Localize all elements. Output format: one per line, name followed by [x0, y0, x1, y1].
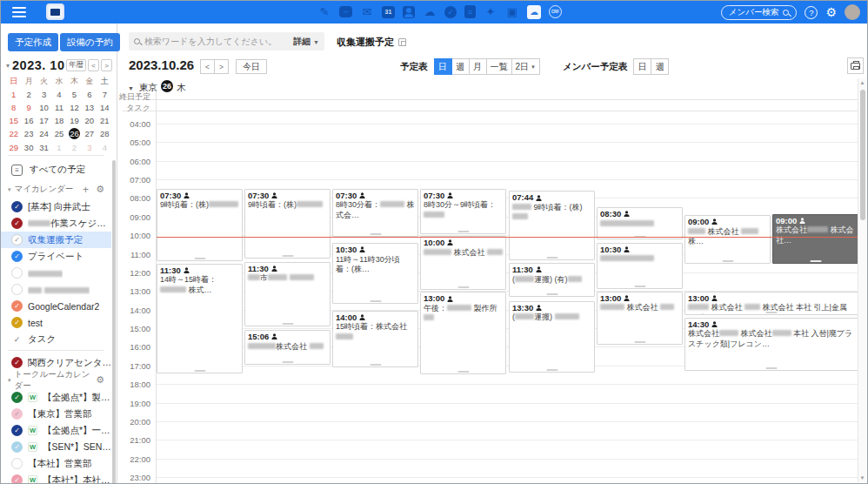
minical-day[interactable]: 8	[6, 102, 21, 112]
calendar-list-item[interactable]: ✓収集運搬予定	[1, 232, 111, 248]
event[interactable]: 10:30	[597, 243, 683, 289]
minical-prev-button[interactable]: <	[88, 59, 99, 71]
minical-day[interactable]: 23	[21, 128, 36, 138]
help-icon[interactable]: ?	[805, 6, 818, 19]
calendar-list-item[interactable]: ✓タスク	[1, 331, 111, 347]
chat-icon[interactable]	[339, 6, 352, 17]
main-scrollbar[interactable]: ▲ ▼	[858, 78, 866, 482]
calendar-check-icon[interactable]	[11, 458, 23, 469]
event[interactable]: 09:00 株式会社 株…	[684, 215, 771, 264]
crf-icon[interactable]: CRF	[549, 5, 562, 18]
gear-icon[interactable]: ⚙	[825, 6, 837, 19]
scroll-up-icon[interactable]: ▲	[858, 80, 866, 85]
check-icon[interactable]	[444, 6, 457, 18]
minical-next-button[interactable]: >	[101, 59, 112, 71]
view-button-一覧[interactable]: 一覧	[486, 58, 512, 75]
all-events-item[interactable]: ≡ すべての予定	[1, 159, 111, 180]
calendar-check-icon[interactable]: ✓	[11, 408, 23, 420]
clipboard-icon[interactable]	[464, 5, 476, 18]
calendar-check-icon[interactable]: ✓	[11, 201, 23, 212]
calendar-check-icon[interactable]: ✓	[11, 300, 23, 312]
calendar-list-item[interactable]: ✓W【全拠点*】一斉通…	[1, 422, 111, 439]
event[interactable]: 11:30市	[244, 262, 331, 326]
minical-day[interactable]: 25	[51, 128, 66, 138]
event[interactable]: 13:00午後： 製作所	[420, 292, 506, 374]
event[interactable]: 07:44 9時頃着：(株)	[509, 191, 595, 259]
minical-day[interactable]: 9	[21, 102, 36, 112]
minical-day[interactable]: 28	[97, 128, 112, 138]
calendar-list-item[interactable]: ✓プライベート	[1, 248, 111, 265]
member-search-button[interactable]: メンバー検索	[721, 5, 798, 20]
calendar-list-item[interactable]: ✓W【SEN*】SEN全通知	[1, 439, 111, 455]
calendar-list-item[interactable]: ✓W【本社*】本社全通知	[1, 472, 111, 484]
calendar-check-icon[interactable]: ✓	[11, 234, 23, 245]
event[interactable]: 14:0015時頃着：株式会社	[332, 311, 418, 367]
calendar-check-icon[interactable]: ✓	[11, 441, 23, 453]
calendar-list-item[interactable]: ✓【東京】営業部	[1, 406, 111, 422]
event[interactable]: 13:30(運搬)	[509, 301, 595, 373]
scroll-down-icon[interactable]: ▼	[858, 475, 866, 481]
view-button-2日[interactable]: 2日▼	[511, 58, 541, 75]
member-view-button-日[interactable]: 日	[633, 58, 651, 75]
calendar-check-icon[interactable]: ✓	[11, 317, 23, 328]
calendar-list-item[interactable]: ✓GoogleCalendar2	[1, 298, 111, 314]
event[interactable]: 11:3014時～15時着： 株式…	[157, 264, 243, 374]
print-button[interactable]	[847, 57, 864, 74]
minical-day[interactable]: 11	[51, 102, 66, 112]
calendar-check-icon[interactable]: ✓	[11, 425, 23, 436]
minical-day[interactable]: 19	[67, 115, 82, 125]
minical-day[interactable]: 30	[21, 142, 36, 152]
minical-day[interactable]: 10	[37, 102, 51, 112]
event[interactable]: 10:3011時～11時30分頃着：(株…	[332, 243, 418, 304]
minical-day[interactable]: 2	[67, 142, 82, 152]
minical-day[interactable]: 7	[97, 89, 112, 99]
mail-icon[interactable]: ✉	[360, 4, 374, 19]
calendar-list-item[interactable]: ✓test	[1, 314, 111, 331]
memo-icon[interactable]: ✎	[317, 4, 331, 19]
minical-day[interactable]: 17	[37, 115, 51, 125]
star-icon[interactable]: ✦	[484, 4, 497, 19]
view-button-月[interactable]: 月	[469, 58, 487, 75]
create-event-button[interactable]: 予定作成	[8, 33, 58, 51]
chevron-down-icon[interactable]: ▾	[8, 186, 11, 193]
minical-day[interactable]: 15	[6, 115, 21, 125]
app-logo[interactable]	[46, 3, 64, 20]
minical-day[interactable]: 16	[21, 115, 36, 125]
calendar-icon[interactable]: 31	[382, 6, 395, 18]
calendar-check-icon[interactable]: ✓	[11, 333, 23, 345]
cloudapp-icon[interactable]	[527, 5, 541, 19]
gear-icon[interactable]: ⚙	[96, 184, 104, 195]
calendar-check-icon[interactable]: ✓	[11, 392, 23, 403]
minical-day[interactable]: 4	[51, 89, 66, 99]
today-button[interactable]: 今日	[236, 59, 267, 74]
gear-icon[interactable]: ⚙	[96, 374, 104, 386]
minical-day[interactable]: 1	[6, 89, 21, 99]
minical-day[interactable]: 21	[97, 115, 112, 125]
event[interactable]: 13:00 株式会社 株式会社 本社 引上|金属くず|パッカン|2…	[684, 292, 858, 315]
minical-day[interactable]: 3	[37, 89, 51, 99]
scrollbar-thumb[interactable]	[860, 90, 865, 220]
view-button-日[interactable]: 日	[434, 58, 452, 75]
next-day-button[interactable]: >	[214, 59, 229, 74]
minical-day[interactable]: 3	[82, 142, 97, 152]
calendar-list-item[interactable]	[1, 265, 111, 281]
event[interactable]: 08:30	[597, 207, 683, 239]
minical-day[interactable]: 20	[82, 115, 97, 125]
minical-day[interactable]: 24	[37, 128, 51, 138]
view-button-週[interactable]: 週	[451, 58, 470, 75]
search-detail-link[interactable]: 詳細 ▼	[293, 36, 319, 48]
event[interactable]: 11:30(運搬) (有)	[509, 263, 595, 297]
minical-day[interactable]: 27	[82, 128, 97, 138]
hamburger-menu-icon[interactable]	[12, 7, 26, 17]
avatar[interactable]	[845, 4, 860, 20]
chevron-down-icon[interactable]: ▾	[8, 377, 11, 384]
minical-day[interactable]: 5	[67, 89, 82, 99]
calendar-check-icon[interactable]: ✓	[11, 357, 23, 368]
minical-day[interactable]: 29	[6, 142, 21, 152]
event[interactable]: 07:309時頃着：(株)	[244, 189, 331, 259]
minical-day[interactable]: 12	[67, 102, 82, 112]
prev-day-button[interactable]: <	[200, 59, 215, 74]
add-calendar-icon[interactable]: +	[83, 184, 89, 196]
event[interactable]: 10:00 株式会社	[420, 236, 506, 290]
monitor-icon[interactable]: ▣	[505, 4, 519, 19]
